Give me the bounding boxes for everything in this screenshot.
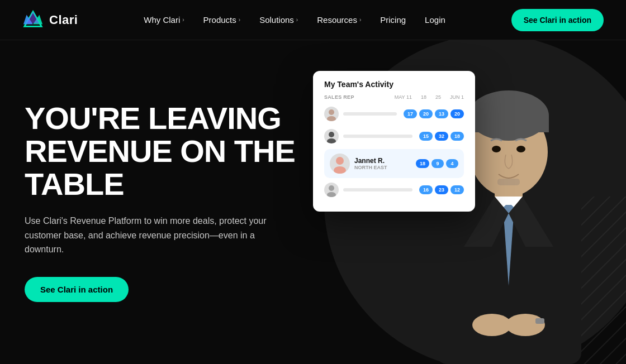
date-label-0: MAY 11: [395, 94, 412, 100]
activity-bar: [343, 112, 397, 116]
nav-why-clari[interactable]: Why Clari ›: [136, 11, 192, 29]
activity-pill: 17: [404, 109, 417, 118]
table-row: 16 23 12: [324, 180, 464, 199]
rep-region: NORTH EAST: [354, 165, 411, 170]
activity-pill: 12: [450, 185, 464, 194]
clari-logo-icon: [22, 9, 44, 31]
activity-pill: 16: [419, 185, 433, 194]
sales-rep-col-label: SALES REP: [324, 94, 354, 100]
svg-point-25: [516, 146, 525, 152]
activity-pill: 9: [431, 159, 444, 168]
table-row: 15 32 18: [324, 127, 464, 146]
nav-links: Why Clari › Products › Solutions › Resou…: [136, 11, 453, 29]
activity-bar: [343, 188, 412, 191]
activity-pill: 18: [450, 132, 464, 141]
chevron-icon: ›: [296, 17, 298, 23]
activity-pill: 20: [450, 109, 464, 118]
nav-right: See Clari in action: [511, 9, 604, 31]
activity-pill: 20: [419, 109, 433, 118]
date-label-2: 25: [435, 94, 441, 100]
svg-point-7: [327, 138, 336, 143]
table-row-expanded: Jannet R. NORTH EAST 18 9 4: [324, 149, 464, 178]
navigation: Clari Why Clari › Products › Solutions ›…: [0, 0, 626, 40]
table-row: 17 20 13 20: [324, 104, 464, 123]
svg-point-5: [327, 116, 336, 121]
pill-group: 17 20 13 20: [404, 109, 464, 118]
svg-point-6: [329, 132, 334, 137]
avatar: [324, 129, 339, 143]
activity-bar: [343, 135, 412, 138]
avatar: [324, 183, 339, 197]
dashboard-card: My Team's Activity SALES REP MAY 11 18 2…: [313, 71, 475, 212]
activity-pill: 4: [446, 159, 458, 168]
svg-rect-26: [497, 179, 520, 185]
activity-pill: 13: [435, 109, 448, 118]
svg-point-21: [472, 314, 511, 336]
chevron-icon: ›: [182, 17, 184, 23]
logo-text: Clari: [49, 13, 78, 27]
hero-text-block: YOU'RE LEAVING REVENUE ON THE TABLE Use …: [0, 102, 302, 302]
avatar: [324, 107, 339, 121]
date-labels: MAY 11 18 25 JUN 1: [395, 94, 464, 100]
pill-group: 16 23 12: [419, 185, 464, 194]
pill-group: 15 32 18: [419, 132, 464, 141]
rep-info: Jannet R. NORTH EAST: [354, 157, 411, 170]
dashboard-header: SALES REP MAY 11 18 25 JUN 1: [324, 94, 464, 100]
svg-point-22: [506, 314, 545, 336]
hero-subtext: Use Clari's Revenue Platform to win more…: [25, 214, 293, 257]
pill-group: 18 9 4: [416, 159, 458, 168]
svg-point-9: [334, 166, 346, 174]
activity-pill: 18: [416, 159, 429, 168]
svg-point-8: [336, 157, 344, 165]
logo-link[interactable]: Clari: [22, 9, 78, 31]
hero-headline: YOU'RE LEAVING REVENUE ON THE TABLE: [25, 102, 302, 200]
avatar-large: [330, 154, 350, 174]
svg-rect-23: [535, 318, 544, 324]
rep-name: Jannet R.: [354, 157, 411, 165]
hero-section: YOU'RE LEAVING REVENUE ON THE TABLE Use …: [0, 40, 626, 364]
svg-rect-15: [468, 116, 549, 132]
chevron-icon: ›: [359, 17, 361, 23]
chevron-icon: ›: [239, 17, 240, 23]
date-label-1: 18: [421, 94, 426, 100]
hero-cta-button[interactable]: See Clari in action: [25, 277, 129, 302]
activity-pill: 15: [419, 132, 433, 141]
svg-point-24: [492, 146, 501, 152]
activity-pill: 32: [435, 132, 448, 141]
nav-solutions[interactable]: Solutions ›: [252, 11, 306, 29]
svg-marker-3: [27, 11, 40, 23]
svg-point-11: [327, 192, 336, 197]
nav-products[interactable]: Products ›: [196, 11, 249, 29]
svg-point-4: [329, 109, 334, 115]
nav-pricing[interactable]: Pricing: [372, 11, 414, 29]
activity-pill: 23: [435, 185, 448, 194]
date-label-3: JUN 1: [450, 94, 464, 100]
svg-point-10: [329, 185, 334, 191]
nav-resources[interactable]: Resources ›: [309, 11, 369, 29]
nav-login[interactable]: Login: [417, 11, 453, 29]
dashboard-title: My Team's Activity: [324, 80, 464, 89]
nav-cta-button[interactable]: See Clari in action: [511, 9, 604, 31]
